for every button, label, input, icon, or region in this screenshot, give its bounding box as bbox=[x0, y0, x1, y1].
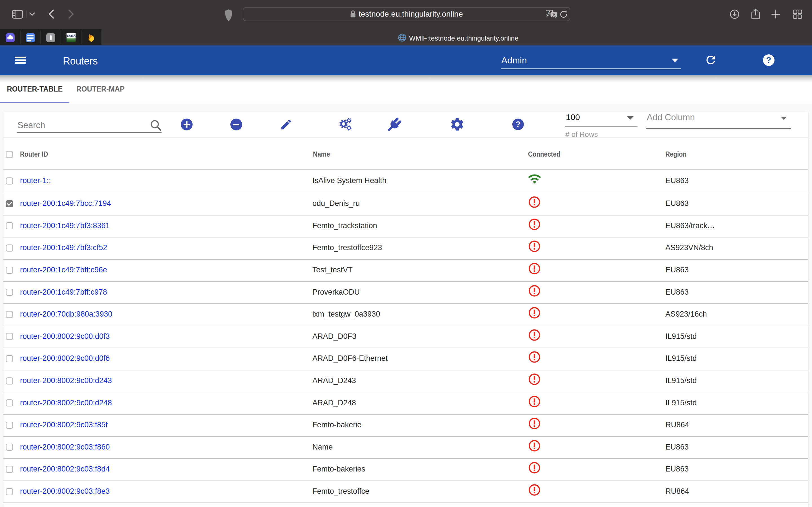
svg-text:文: 文 bbox=[552, 13, 556, 17]
svg-text:A: A bbox=[548, 10, 551, 15]
